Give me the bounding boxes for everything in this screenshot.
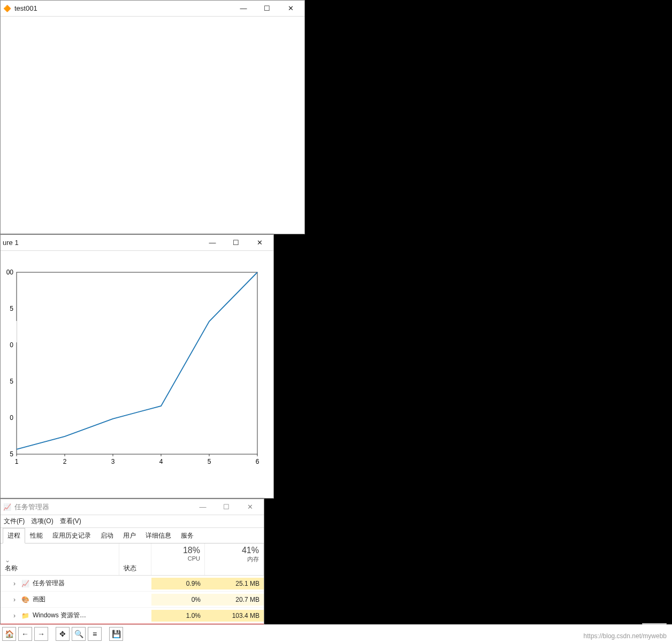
- process-row[interactable]: ›🎨画图0%20.7 MB: [1, 592, 264, 608]
- svg-text:0: 0: [10, 341, 13, 349]
- tab-history[interactable]: 应用历史记录: [48, 528, 96, 543]
- minimize-button[interactable]: —: [232, 1, 255, 17]
- svg-text:0: 0: [10, 414, 13, 422]
- process-name: 任务管理器: [33, 579, 65, 588]
- pan-icon[interactable]: ✥: [56, 627, 70, 641]
- tab-performance[interactable]: 性能: [25, 528, 48, 543]
- app-window-test001-sliver: [7, 321, 17, 342]
- maximize-button[interactable]: ☐: [224, 235, 248, 251]
- process-icon: 📁: [21, 611, 29, 620]
- menu-file[interactable]: 文件(F): [4, 517, 25, 526]
- save-icon[interactable]: 💾: [109, 627, 123, 641]
- tm-tabs: 进程 性能 应用历史记录 启动 用户 详细信息 服务: [1, 528, 264, 544]
- svg-text:5: 5: [10, 305, 13, 312]
- matplotlib-toolbar: 🏠 ← → ✥ 🔍 ≡ 💾: [0, 624, 672, 643]
- figure-title: ure 1: [3, 239, 201, 247]
- mem-total: 41%: [209, 546, 259, 555]
- tm-column-headers[interactable]: ⌄名称 状态 18%CPU 41%内存: [1, 544, 264, 576]
- close-button[interactable]: ✕: [279, 1, 302, 17]
- app-window-test001: 🔶 test001 — ☐ ✕ 取消: [0, 0, 305, 234]
- col-cpu[interactable]: CPU: [156, 555, 200, 562]
- col-mem[interactable]: 内存: [209, 555, 259, 563]
- svg-text:1: 1: [15, 458, 19, 465]
- app-icon: 🔶: [3, 4, 11, 13]
- process-row[interactable]: ›📁Windows 资源管…1.0%103.4 MB: [1, 608, 264, 624]
- tab-startup[interactable]: 启动: [96, 528, 118, 543]
- tab-users[interactable]: 用户: [118, 528, 141, 543]
- svg-text:4: 4: [159, 458, 163, 465]
- tab-details[interactable]: 详细信息: [141, 528, 176, 543]
- process-row[interactable]: ›📈任务管理器0.9%25.1 MB: [1, 576, 264, 592]
- maximize-button[interactable]: ☐: [255, 1, 279, 17]
- chart-area-1: 1234560050505: [1, 251, 273, 476]
- mem-value: 20.7 MB: [205, 594, 264, 606]
- tab-processes[interactable]: 进程: [3, 528, 25, 544]
- expand-icon[interactable]: ›: [11, 612, 18, 619]
- expand-icon[interactable]: ›: [11, 580, 18, 587]
- svg-text:5: 5: [10, 378, 13, 385]
- titlebar[interactable]: 🔶 test001 — ☐ ✕: [1, 1, 304, 17]
- figure-window-1: ure 1 — ☐ ✕ 1234560050505 ➔ ✥ 🔍 ≡ 💾: [0, 234, 274, 499]
- tm-title: 任务管理器: [14, 502, 191, 512]
- window-title: test001: [14, 4, 232, 12]
- zoom-icon[interactable]: 🔍: [72, 627, 86, 641]
- cpu-value: 1.0%: [151, 610, 205, 622]
- figure-titlebar[interactable]: ure 1 — ☐ ✕: [1, 235, 273, 251]
- process-icon: 📈: [21, 579, 29, 588]
- maximize-button[interactable]: ☐: [215, 499, 238, 515]
- svg-text:00: 00: [6, 269, 14, 276]
- configure-icon[interactable]: ≡: [88, 627, 102, 641]
- svg-rect-0: [17, 272, 257, 454]
- cpu-total: 18%: [156, 546, 200, 555]
- tm-menubar[interactable]: 文件(F) 选项(O) 查看(V): [1, 515, 264, 528]
- task-manager-icon: 📈: [3, 503, 11, 511]
- close-button[interactable]: ✕: [238, 499, 262, 515]
- minimize-button[interactable]: —: [201, 235, 224, 251]
- cpu-value: 0.9%: [151, 578, 205, 590]
- svg-text:6: 6: [256, 458, 259, 465]
- process-name: Windows 资源管…: [33, 611, 86, 620]
- line-chart-1: 1234560050505: [1, 256, 268, 476]
- mem-value: 103.4 MB: [205, 610, 264, 622]
- svg-text:3: 3: [111, 458, 115, 465]
- menu-options[interactable]: 选项(O): [31, 517, 53, 526]
- col-name[interactable]: 名称: [5, 564, 18, 572]
- task-manager-1: 📈 任务管理器 — ☐ ✕ 文件(F) 选项(O) 查看(V) 进程 性能 应用…: [0, 499, 264, 643]
- tab-services[interactable]: 服务: [176, 528, 198, 543]
- mem-value: 25.1 MB: [205, 578, 264, 590]
- menu-view[interactable]: 查看(V): [60, 517, 81, 526]
- col-status[interactable]: 状态: [124, 564, 136, 572]
- minimize-button[interactable]: —: [191, 499, 215, 515]
- cpu-value: 0%: [151, 594, 205, 606]
- expand-icon[interactable]: ›: [11, 596, 18, 603]
- process-name: 画图: [33, 595, 45, 604]
- back-icon[interactable]: ←: [18, 627, 32, 641]
- watermark-text: https://blog.csdn.net/mywebb: [584, 632, 667, 640]
- tm-titlebar[interactable]: 📈 任务管理器 — ☐ ✕: [1, 499, 264, 515]
- svg-text:5: 5: [10, 450, 13, 458]
- home-icon[interactable]: 🏠: [2, 627, 16, 641]
- svg-text:2: 2: [63, 458, 67, 465]
- svg-text:5: 5: [208, 458, 211, 465]
- process-icon: 🎨: [21, 595, 29, 604]
- close-button[interactable]: ✕: [248, 235, 271, 251]
- forward-icon[interactable]: →: [34, 627, 48, 641]
